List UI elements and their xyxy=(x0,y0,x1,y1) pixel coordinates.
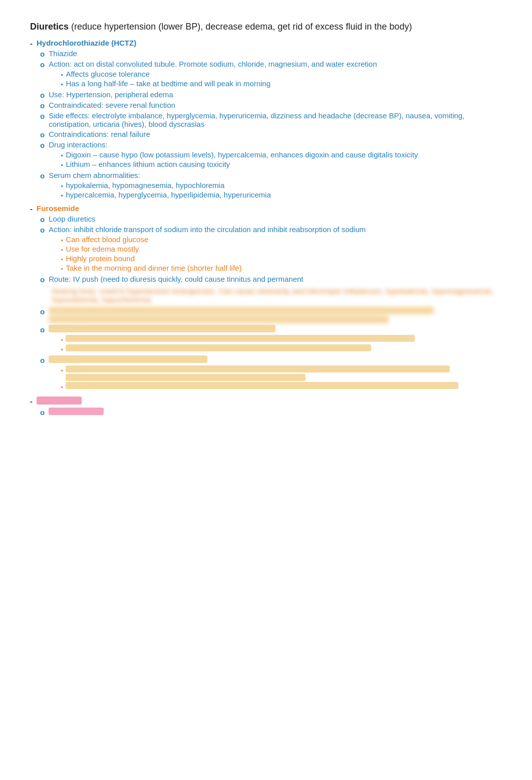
hctz-drug-interactions-main: Drug interactions: xyxy=(49,140,108,149)
hctz-serum-sub-2: ▪ hypercalcemia, hyperglycemia, hyperlip… xyxy=(61,190,502,199)
hctz-drug-interactions-sub: ▪ Digoxin – cause hypo (low potassium le… xyxy=(49,150,502,168)
hctz-item-contraindications: o Contraindications: renal failure xyxy=(40,130,502,139)
sq-bullet-icon: ▪ xyxy=(61,246,63,253)
main-list: - Hydrochlorothiazide (HCTZ) o Thiazide … xyxy=(30,39,502,417)
furosemide-header: - Furosemide xyxy=(30,204,502,213)
hctz-drug-digoxin: ▪ Digoxin – cause hypo (low potassium le… xyxy=(61,150,502,159)
furo-action-sub-1: ▪ Can affect blood glucose xyxy=(61,235,502,244)
blurred-sq-3-text xyxy=(66,365,502,381)
hctz-contraindications-text: Contraindications: renal failure xyxy=(49,130,502,138)
blurred-sq-1-text xyxy=(66,335,502,342)
blurred-o-2: o ▪ ▪ xyxy=(40,325,502,354)
furo-action-main: Action: inhibit chloride transport of so… xyxy=(49,225,366,234)
blurred-o-1-text xyxy=(49,307,502,323)
o-bullet: o xyxy=(40,226,45,234)
sq-bullet-icon: ▪ xyxy=(61,81,63,88)
third-drug-section: - o xyxy=(30,397,502,417)
furosemide-items: o Loop diuretics o Action: inhibit chlor… xyxy=(30,215,502,284)
blurred-o-3: o ▪ ▪ xyxy=(40,355,502,392)
hctz-header: - Hydrochlorothiazide (HCTZ) xyxy=(30,39,502,48)
title-bold: Diuretics xyxy=(30,22,69,32)
blurred-sq-list: ▪ ▪ xyxy=(49,335,502,353)
sq-bullet-icon: ▪ xyxy=(61,161,63,168)
third-drug-items: o xyxy=(30,408,502,417)
sq-bullet-icon: ▪ xyxy=(61,71,63,78)
o-bullet: o xyxy=(40,356,45,364)
blurred-o-1: o xyxy=(40,307,502,323)
blurred-o-list: o o ▪ xyxy=(30,307,502,392)
furosemide-dash: - xyxy=(30,205,33,213)
furo-morning: Take in the morning and dinner time (sho… xyxy=(66,264,502,272)
o-bullet: o xyxy=(40,215,45,224)
hctz-action-text: Action: act on distal convoluted tubule.… xyxy=(49,60,502,89)
hctz-item-use: o Use: Hypertension, peripheral edema xyxy=(40,90,502,99)
sq-bullet-icon: ▪ xyxy=(61,367,63,374)
blurred-o-2-text: ▪ ▪ xyxy=(49,325,502,354)
furo-action-sub: ▪ Can affect blood glucose ▪ Use for ede… xyxy=(49,235,502,272)
hctz-action-main: Action: act on distal convoluted tubule.… xyxy=(49,60,377,68)
furosemide-name: Furosemide xyxy=(37,204,79,213)
o-bullet: o xyxy=(40,275,45,284)
sq-bullet-icon: ▪ xyxy=(61,237,63,244)
hctz-action-sub: ▪ Affects glucose tolerance ▪ Has a long… xyxy=(49,70,502,88)
o-bullet: o xyxy=(40,307,45,316)
blurred-o-3-text: ▪ ▪ xyxy=(49,355,502,392)
hctz-item-drug-interactions: o Drug interactions: ▪ Digoxin – cause h… xyxy=(40,140,502,169)
furo-action-sub-2: ▪ Use for edema mostly xyxy=(61,245,502,253)
blurred-sq-4: ▪ xyxy=(61,382,502,391)
blurred-sq-3: ▪ xyxy=(61,365,502,381)
o-bullet: o xyxy=(40,141,45,149)
hctz-use-text: Use: Hypertension, peripheral edema xyxy=(49,90,502,99)
o-bullet: o xyxy=(40,101,45,110)
blurred-section-1: hearing loss). Used in hypertensive emer… xyxy=(30,287,502,304)
hctz-serum-main: Serum chem abnormalities: xyxy=(49,171,140,179)
third-drug-header: - xyxy=(30,397,502,406)
hctz-item-serum: o Serum chem abnormalities: ▪ hypokalemi… xyxy=(40,171,502,200)
hctz-sideeffects-text: Side effects: electrolyte imbalance, hyp… xyxy=(49,111,502,128)
blurred-sq-1: ▪ xyxy=(61,335,502,343)
hctz-name: Hydrochlorothiazide (HCTZ) xyxy=(37,39,136,47)
page-title: Diuretics (reduce hypertension (lower BP… xyxy=(30,20,502,34)
hctz-halflife: Has a long half-life – take at bedtime a… xyxy=(66,79,502,88)
o-bullet: o xyxy=(40,325,45,334)
sq-bullet-icon: ▪ xyxy=(61,152,63,159)
o-bullet: o xyxy=(40,112,45,120)
o-bullet: o xyxy=(40,171,45,180)
third-drug-item-1-text xyxy=(49,408,502,415)
blurred-sq-2: ▪ xyxy=(61,344,502,353)
hctz-serum-2: hypercalcemia, hyperglycemia, hyperlipid… xyxy=(66,190,502,199)
hctz-lithium-text: Lithium – enhances lithium action causin… xyxy=(66,160,502,168)
furo-action-sub-3: ▪ Highly protein bound xyxy=(61,254,502,263)
furo-item-action: o Action: inhibit chloride transport of … xyxy=(40,225,502,273)
hctz-item-contraindicated: o Contraindicated: severe renal function xyxy=(40,101,502,110)
furo-route-text: Route: IV push (need to diuresis quickly… xyxy=(49,275,502,283)
third-dash: - xyxy=(30,397,33,406)
hctz-action-sub-2: ▪ Has a long half-life – take at bedtime… xyxy=(61,79,502,88)
furosemide-section: - Furosemide o Loop diuretics o Action: … xyxy=(30,204,502,392)
third-drug-item-1: o xyxy=(40,408,502,417)
blurred-sq-2-text xyxy=(66,344,502,351)
hctz-dash: - xyxy=(30,39,33,48)
sq-bullet-icon: ▪ xyxy=(61,182,63,189)
furo-action-text: Action: inhibit chloride transport of so… xyxy=(49,225,502,273)
hctz-section: - Hydrochlorothiazide (HCTZ) o Thiazide … xyxy=(30,39,502,200)
sq-bullet-icon: ▪ xyxy=(61,383,63,391)
furo-protein: Highly protein bound xyxy=(66,254,502,263)
o-bullet: o xyxy=(40,408,45,417)
hctz-serum-text: Serum chem abnormalities: ▪ hypokalemia,… xyxy=(49,171,502,200)
o-bullet: o xyxy=(40,50,45,58)
hctz-item-action: o Action: act on distal convoluted tubul… xyxy=(40,60,502,89)
blurred-text-1: hearing loss). Used in hypertensive emer… xyxy=(52,287,502,304)
hctz-items: o Thiazide o Action: act on distal convo… xyxy=(30,49,502,200)
furo-item-loop: o Loop diuretics xyxy=(40,215,502,224)
hctz-drug-lithium: ▪ Lithium – enhances lithium action caus… xyxy=(61,160,502,168)
page-container: Diuretics (reduce hypertension (lower BP… xyxy=(30,20,502,417)
third-drug-name xyxy=(37,397,82,406)
o-bullet: o xyxy=(40,130,45,139)
hctz-digoxin-text: Digoxin – cause hypo (low potassium leve… xyxy=(66,150,502,159)
hctz-item-sideeffects: o Side effects: electrolyte imbalance, h… xyxy=(40,111,502,128)
hctz-serum-1: hypokalemia, hypomagnesemia, hypochlorem… xyxy=(66,181,502,189)
hctz-item-thiazide: o Thiazide xyxy=(40,49,502,58)
hctz-glucose: Affects glucose tolerance xyxy=(66,70,502,78)
hctz-drug-interactions-text: Drug interactions: ▪ Digoxin – cause hyp… xyxy=(49,140,502,169)
